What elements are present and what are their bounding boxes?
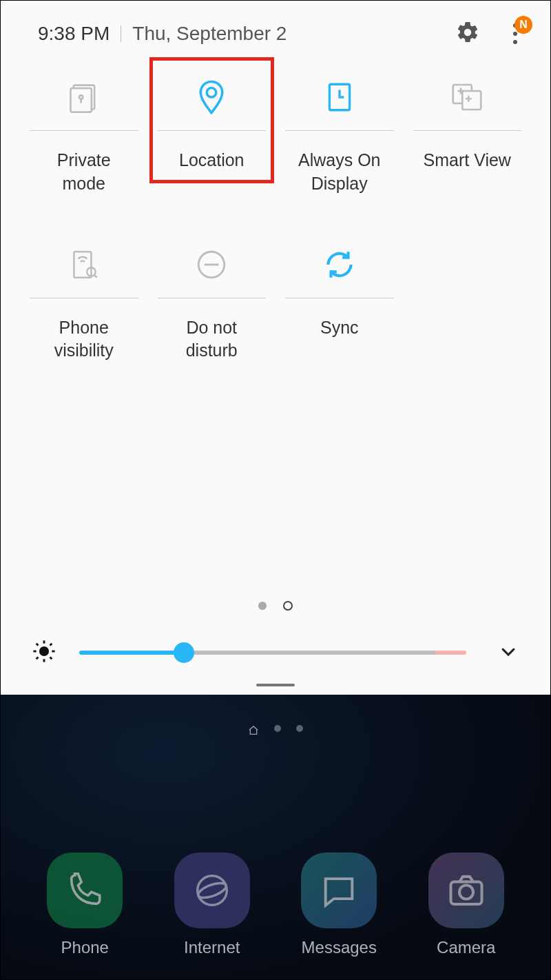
svg-line-21 [50, 644, 52, 646]
svg-line-10 [94, 274, 96, 277]
location-icon [193, 79, 230, 119]
expand-icon[interactable] [498, 641, 519, 664]
page-dot [274, 725, 281, 732]
quick-settings-grid: Private mode Location Always On Display [1, 56, 550, 363]
tile-label: Always On Display [298, 149, 380, 196]
svg-point-13 [39, 646, 49, 656]
app-dock: Phone Internet Messages Camera [1, 853, 550, 957]
app-messages[interactable]: Messages [301, 853, 377, 957]
home-screen: Phone Internet Messages Camera [1, 695, 550, 980]
svg-line-20 [37, 657, 39, 660]
svg-line-18 [37, 644, 39, 646]
do-not-disturb-icon [194, 247, 229, 285]
private-mode-icon [66, 79, 102, 118]
messages-icon [301, 853, 377, 928]
app-label: Messages [302, 938, 377, 957]
page-dot [258, 602, 267, 610]
clock-time: 9:38 PM [38, 23, 110, 45]
svg-rect-7 [463, 91, 481, 110]
tile-smart-view[interactable]: Smart View [413, 67, 522, 196]
page-indicator[interactable] [1, 601, 550, 626]
clock-date: Thu, September 2 [132, 23, 455, 45]
tile-label: Do not disturb [186, 316, 238, 363]
svg-point-25 [459, 886, 473, 899]
tile-phone-visibility[interactable]: Phone visibility [30, 234, 138, 363]
slider-thumb[interactable] [174, 642, 194, 663]
phone-visibility-icon [67, 247, 101, 285]
sync-icon [322, 247, 357, 285]
app-phone[interactable]: Phone [47, 853, 123, 957]
internet-icon [174, 853, 250, 928]
panel-drag-handle[interactable] [1, 684, 550, 695]
page-dot-active [283, 601, 293, 611]
app-internet[interactable]: Internet [174, 853, 250, 957]
status-bar: 9:38 PM Thu, September 2 N [1, 1, 550, 56]
svg-point-23 [196, 880, 228, 901]
home-icon [248, 725, 259, 739]
brightness-icon [32, 640, 56, 666]
notification-badge: N [514, 16, 532, 34]
tile-label: Sync [320, 316, 359, 340]
svg-point-4 [207, 88, 217, 98]
svg-rect-8 [74, 252, 91, 278]
smart-view-icon [448, 79, 486, 119]
tile-label: Location [179, 149, 245, 172]
page-dot [296, 725, 303, 732]
phone-icon [47, 853, 123, 928]
always-on-display-icon [322, 80, 357, 117]
overflow-menu-icon[interactable]: N [509, 20, 528, 48]
tile-always-on-display[interactable]: Always On Display [285, 67, 394, 196]
tile-label: Phone visibility [54, 316, 114, 363]
camera-icon [428, 853, 504, 928]
svg-line-19 [50, 657, 52, 660]
tile-label: Private mode [57, 149, 111, 196]
tile-label: Smart View [424, 149, 511, 172]
tile-sync[interactable]: Sync [285, 234, 394, 363]
tile-location[interactable]: Location [158, 67, 267, 196]
brightness-slider[interactable] [79, 651, 466, 655]
app-label: Phone [61, 938, 109, 957]
tile-private-mode[interactable]: Private mode [30, 67, 138, 196]
app-label: Camera [437, 938, 495, 957]
app-label: Internet [184, 938, 240, 957]
app-camera[interactable]: Camera [428, 853, 504, 957]
notification-panel: 9:38 PM Thu, September 2 N Private mode [1, 1, 550, 695]
brightness-row [1, 626, 550, 680]
settings-icon[interactable] [455, 20, 480, 48]
divider [121, 25, 121, 42]
tile-do-not-disturb[interactable]: Do not disturb [158, 234, 267, 363]
home-page-indicator[interactable] [1, 695, 550, 739]
